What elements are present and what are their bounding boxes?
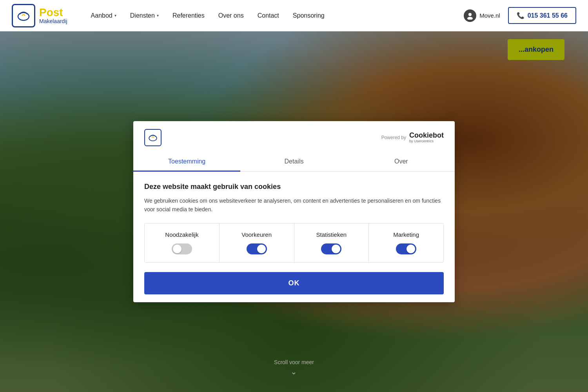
- nav-over-ons[interactable]: Over ons: [218, 12, 244, 19]
- tab-toestemming[interactable]: Toestemming: [133, 152, 240, 172]
- cookiebot-brand: Cookiebot by Usercentrics: [409, 132, 444, 143]
- marketing-label: Marketing: [393, 231, 419, 238]
- nav-sponsoring[interactable]: Sponsoring: [293, 12, 325, 19]
- logo-text: Post Makelaardij: [39, 7, 67, 24]
- toggle-knob: [257, 245, 266, 253]
- toggle-knob: [407, 245, 415, 253]
- modal-description: We gebruiken cookies om ons websiteverke…: [144, 196, 444, 214]
- toggle-knob: [332, 245, 340, 253]
- chevron-down-icon: ▾: [157, 13, 159, 18]
- logo-icon: [12, 4, 35, 27]
- hero-section: ...ankopen Scroll voor meer ⌄ Powered by: [0, 31, 588, 392]
- modal-title: Deze website maakt gebruik van cookies: [144, 183, 444, 191]
- tab-details[interactable]: Details: [240, 152, 347, 172]
- toggle-noodzakelijk: Noodzakelijk: [145, 223, 220, 262]
- marketing-toggle[interactable]: [396, 243, 416, 254]
- powered-by-label: Powered by: [381, 135, 406, 140]
- user-icon: [464, 9, 476, 22]
- modal-logo-icon: [144, 129, 162, 146]
- nav-referenties[interactable]: Referenties: [172, 12, 205, 19]
- logo[interactable]: Post Makelaardij: [12, 4, 67, 27]
- logo-subtitle: Makelaardij: [39, 18, 67, 24]
- toggle-sections: Noodzakelijk Voorkeuren Statistieken: [144, 223, 444, 263]
- chevron-down-icon: ▾: [114, 13, 116, 18]
- toggle-knob: [173, 245, 181, 253]
- move-nl-link[interactable]: Move.nl: [464, 9, 500, 22]
- toggle-voorkeuren: Voorkeuren: [220, 223, 294, 262]
- logo-brand: Post: [39, 7, 67, 18]
- toggle-marketing: Marketing: [369, 223, 443, 262]
- noodzakelijk-toggle[interactable]: [172, 243, 192, 254]
- phone-button[interactable]: 📞 015 361 55 66: [508, 7, 576, 24]
- tab-over[interactable]: Over: [348, 152, 455, 172]
- modal-tabs: Toestemming Details Over: [133, 152, 455, 172]
- phone-number: 015 361 55 66: [528, 12, 568, 19]
- nav-links: Aanbod ▾ Diensten ▾ Referenties Over ons…: [91, 12, 464, 19]
- nav-diensten[interactable]: Diensten ▾: [130, 12, 159, 19]
- voorkeuren-toggle[interactable]: [247, 243, 267, 254]
- nav-right: Move.nl 📞 015 361 55 66: [464, 7, 576, 24]
- voorkeuren-label: Voorkeuren: [241, 231, 272, 238]
- statistieken-toggle[interactable]: [321, 243, 341, 254]
- cookie-modal-backdrop: Powered by Cookiebot by Usercentrics Toe…: [0, 31, 588, 392]
- ok-button[interactable]: OK: [144, 272, 444, 294]
- nav-aanbod[interactable]: Aanbod ▾: [91, 12, 116, 19]
- noodzakelijk-label: Noodzakelijk: [165, 231, 198, 238]
- modal-header: Powered by Cookiebot by Usercentrics: [133, 121, 455, 146]
- modal-body: Deze website maakt gebruik van cookies W…: [133, 172, 455, 303]
- phone-icon: 📞: [517, 12, 524, 19]
- move-nl-label: Move.nl: [479, 12, 500, 19]
- navbar: Post Makelaardij Aanbod ▾ Diensten ▾ Ref…: [0, 0, 588, 31]
- svg-point-1: [468, 13, 472, 16]
- powered-by: Powered by Cookiebot by Usercentrics: [381, 132, 444, 143]
- toggle-statistieken: Statistieken: [294, 223, 369, 262]
- statistieken-label: Statistieken: [316, 231, 347, 238]
- svg-point-2: [467, 17, 473, 20]
- cookie-modal: Powered by Cookiebot by Usercentrics Toe…: [133, 121, 455, 303]
- nav-contact[interactable]: Contact: [258, 12, 279, 19]
